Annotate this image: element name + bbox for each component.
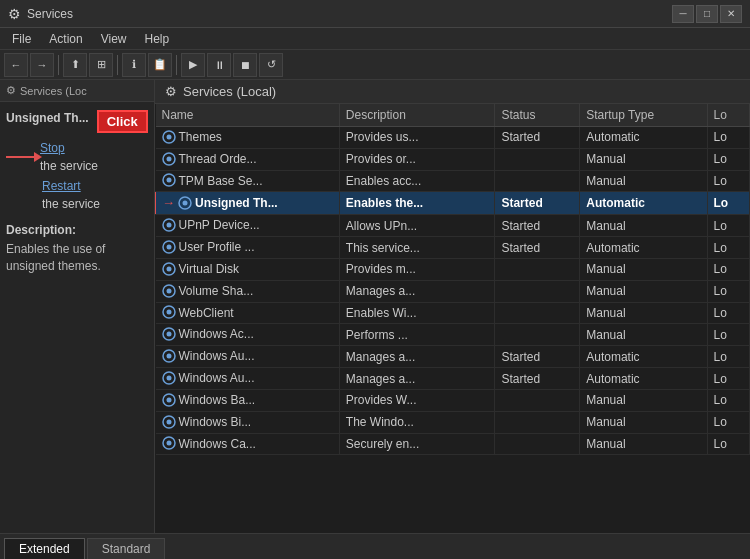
service-icon [162, 173, 176, 187]
table-row[interactable]: User Profile ...This service...StartedAu… [156, 237, 750, 259]
table-row[interactable]: TPM Base Se...Enables acc...ManualLo [156, 170, 750, 192]
cell-description: Provides W... [339, 389, 495, 411]
cell-startup: Automatic [580, 346, 707, 368]
cell-status [495, 170, 580, 192]
cell-description: Enables the... [339, 192, 495, 215]
menu-action[interactable]: Action [41, 30, 90, 48]
cell-status: Started [495, 215, 580, 237]
cell-loc: Lo [707, 302, 749, 324]
cell-startup: Automatic [580, 192, 707, 215]
click-badge: Click [97, 110, 148, 133]
sidebar: ⚙ Services (Loc Unsigned Th... Click Sto… [0, 80, 155, 533]
cell-loc: Lo [707, 215, 749, 237]
svg-point-5 [166, 178, 171, 183]
cell-status: Started [495, 368, 580, 390]
table-row[interactable]: Windows Ba...Provides W...ManualLo [156, 389, 750, 411]
toolbar-info[interactable]: ℹ [122, 53, 146, 77]
cell-name: → Unsigned Th... [156, 192, 340, 215]
cell-loc: Lo [707, 192, 749, 215]
tab-standard[interactable]: Standard [87, 538, 166, 559]
cell-status [495, 258, 580, 280]
sidebar-content: Unsigned Th... Click Stop the service Re… [0, 102, 154, 533]
svg-point-1 [166, 134, 171, 139]
services-list: Name Description Status Startup Type Lo … [155, 104, 750, 455]
toolbar-forward[interactable]: → [30, 53, 54, 77]
table-row[interactable]: Windows Au...Manages a...StartedAutomati… [156, 346, 750, 368]
toolbar-back[interactable]: ← [4, 53, 28, 77]
title-bar-buttons: ─ □ ✕ [672, 5, 742, 23]
svg-point-17 [166, 310, 171, 315]
cell-loc: Lo [707, 258, 749, 280]
cell-name: WebClient [156, 302, 340, 324]
svg-point-13 [166, 266, 171, 271]
cell-description: Enables Wi... [339, 302, 495, 324]
cell-name: UPnP Device... [156, 215, 340, 237]
cell-startup: Manual [580, 324, 707, 346]
table-row[interactable]: Thread Orde...Provides or...ManualLo [156, 148, 750, 170]
content-title: Services (Local) [183, 84, 276, 99]
description-text: Enables the use of unsigned themes. [6, 241, 148, 275]
table-row[interactable]: ThemesProvides us...StartedAutomaticLo [156, 127, 750, 149]
service-icon [162, 327, 176, 341]
content-icon: ⚙ [165, 84, 177, 99]
restore-button[interactable]: □ [696, 5, 718, 23]
table-row[interactable]: UPnP Device...Allows UPn...StartedManual… [156, 215, 750, 237]
table-row[interactable]: Windows Au...Manages a...StartedAutomati… [156, 368, 750, 390]
col-description: Description [339, 104, 495, 127]
toolbar-show[interactable]: ⊞ [89, 53, 113, 77]
toolbar-stop[interactable]: ⏹ [233, 53, 257, 77]
cell-name: Windows Ba... [156, 389, 340, 411]
stop-text: the service [40, 159, 98, 173]
table-row[interactable]: Windows Ac...Performs ...ManualLo [156, 324, 750, 346]
menu-file[interactable]: File [4, 30, 39, 48]
cell-name: User Profile ... [156, 237, 340, 259]
toolbar-restart[interactable]: ↺ [259, 53, 283, 77]
table-row[interactable]: Windows Ca...Securely en...ManualLo [156, 433, 750, 455]
toolbar-up[interactable]: ⬆ [63, 53, 87, 77]
restart-action-row: Restart the service [42, 179, 148, 211]
cell-startup: Manual [580, 148, 707, 170]
cell-loc: Lo [707, 237, 749, 259]
arrow-stop-row: Stop the service [6, 141, 148, 173]
toolbar-pause[interactable]: ⏸ [207, 53, 231, 77]
cell-name: Thread Orde... [156, 148, 340, 170]
cell-name: Windows Au... [156, 368, 340, 390]
cell-loc: Lo [707, 389, 749, 411]
svg-point-29 [166, 441, 171, 446]
cell-startup: Automatic [580, 127, 707, 149]
table-row[interactable]: → Unsigned Th...Enables the...StartedAut… [156, 192, 750, 215]
cell-startup: Manual [580, 258, 707, 280]
cell-name: Windows Ca... [156, 433, 340, 455]
cell-status [495, 411, 580, 433]
description-label: Description: [6, 223, 148, 237]
cell-startup: Manual [580, 433, 707, 455]
svg-point-23 [166, 375, 171, 380]
table-row[interactable]: Virtual DiskProvides m...ManualLo [156, 258, 750, 280]
cell-name: TPM Base Se... [156, 170, 340, 192]
tab-extended[interactable]: Extended [4, 538, 85, 559]
close-button[interactable]: ✕ [720, 5, 742, 23]
table-row[interactable]: Volume Sha...Manages a...ManualLo [156, 280, 750, 302]
toolbar-sep-1 [58, 55, 59, 75]
table-row[interactable]: Windows Bi...The Windo...ManualLo [156, 411, 750, 433]
service-icon [162, 349, 176, 363]
stop-link[interactable]: Stop [40, 141, 98, 155]
service-icon [162, 240, 176, 254]
table-row[interactable]: WebClientEnables Wi...ManualLo [156, 302, 750, 324]
arrow-head-1 [34, 152, 42, 162]
menu-view[interactable]: View [93, 30, 135, 48]
svg-point-7 [183, 201, 188, 206]
cell-status [495, 433, 580, 455]
minimize-button[interactable]: ─ [672, 5, 694, 23]
toolbar-play[interactable]: ▶ [181, 53, 205, 77]
restart-link[interactable]: Restart [42, 179, 148, 193]
cell-name: Themes [156, 127, 340, 149]
cell-description: Provides us... [339, 127, 495, 149]
services-table[interactable]: Name Description Status Startup Type Lo … [155, 104, 750, 533]
service-icon [162, 218, 176, 232]
toolbar-export[interactable]: 📋 [148, 53, 172, 77]
cell-description: Manages a... [339, 368, 495, 390]
stop-action-row: Stop the service [40, 141, 98, 173]
menu-help[interactable]: Help [137, 30, 178, 48]
svg-point-21 [166, 354, 171, 359]
